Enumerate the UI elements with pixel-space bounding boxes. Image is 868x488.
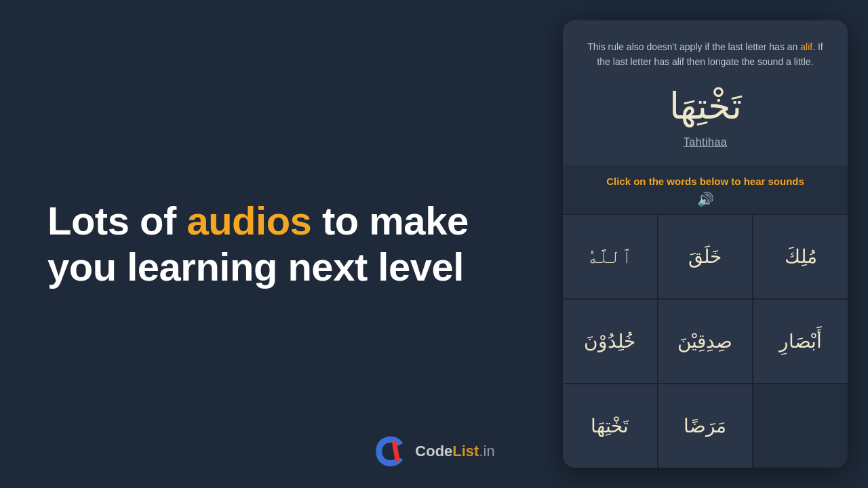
arabic-text: خُلِدُوْنَ xyxy=(584,328,635,354)
arabic-text: ٱللَّهُ xyxy=(587,243,633,270)
arabic-main-word: تَخْتِهَا xyxy=(669,82,742,129)
arabic-text: خَلَقَ xyxy=(688,243,722,270)
logo-icon xyxy=(373,434,408,469)
phone-card: This rule also doesn't apply if the last… xyxy=(563,20,848,468)
word-cell-khulidun[interactable]: خُلِدُوْنَ xyxy=(563,300,657,383)
word-cell-empty xyxy=(753,384,848,468)
word-cell-sadiqin[interactable]: صِدِقِيْنَ xyxy=(658,300,753,383)
sound-icon[interactable]: 🔊 xyxy=(697,191,714,207)
logo-name: CodeList.in xyxy=(415,443,494,460)
word-cell-maradan[interactable]: مَرَضًا xyxy=(658,384,753,468)
arabic-text: أَبْصَارِ xyxy=(779,328,822,354)
left-section: Lots of audios to make you learning next… xyxy=(0,0,563,488)
headline: Lots of audios to make you learning next… xyxy=(47,198,522,291)
logo-area: CodeList.in xyxy=(373,434,494,469)
arabic-text: مَرَضًا xyxy=(684,413,726,439)
alif-highlight: alif xyxy=(800,41,812,52)
card-description: This rule also doesn't apply if the last… xyxy=(582,39,829,70)
arabic-text: تَخْتِهَا xyxy=(591,413,629,439)
words-grid: ٱللَّهُ خَلَقَ مُلِكَ خُلِدُوْنَ صِدِقِي… xyxy=(563,215,848,468)
description-text-1: This rule also doesn't apply if the last… xyxy=(587,41,800,52)
headline-line2: you learning next level xyxy=(47,245,464,289)
word-cell-khalaqa[interactable]: خَلَقَ xyxy=(658,215,753,298)
word-cell-allah[interactable]: ٱللَّهُ xyxy=(563,215,657,298)
arabic-text: صِدِقِيْنَ xyxy=(677,328,732,354)
transliteration: Tahtihaa xyxy=(684,136,728,148)
click-prompt-area: Click on the words below to hear sounds … xyxy=(563,165,848,215)
word-cell-absar[interactable]: أَبْصَارِ xyxy=(753,300,848,383)
transliteration-underline: aa xyxy=(714,136,727,148)
card-top: This rule also doesn't apply if the last… xyxy=(563,20,848,165)
headline-text-part2: to make xyxy=(311,199,468,243)
word-cell-mulika[interactable]: مُلِكَ xyxy=(753,215,848,298)
headline-text-part1: Lots of xyxy=(47,199,186,243)
arabic-text: مُلِكَ xyxy=(785,243,817,270)
click-prompt-text: Click on the words below to hear sounds xyxy=(606,176,804,187)
headline-highlight: audios xyxy=(186,199,311,243)
transliteration-pre: Tahtih xyxy=(684,136,715,148)
word-cell-tahtaha[interactable]: تَخْتِهَا xyxy=(563,384,657,468)
